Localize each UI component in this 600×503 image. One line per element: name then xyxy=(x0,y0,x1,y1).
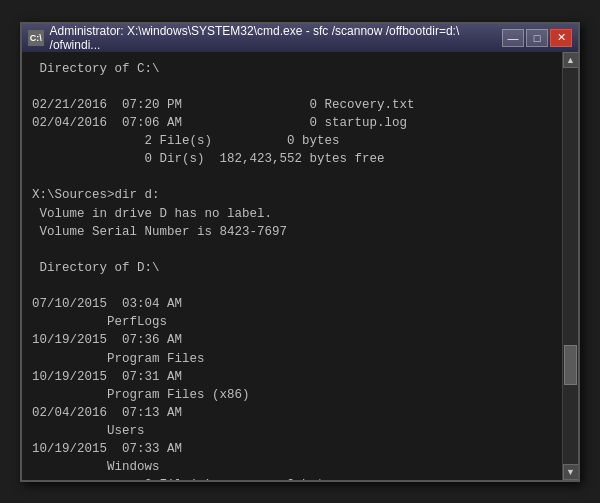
scroll-track[interactable] xyxy=(563,68,578,464)
cmd-window: C:\ Administrator: X:\windows\SYSTEM32\c… xyxy=(20,22,580,482)
titlebar-left: C:\ Administrator: X:\windows\SYSTEM32\c… xyxy=(28,24,502,52)
window-title: Administrator: X:\windows\SYSTEM32\cmd.e… xyxy=(50,24,502,52)
titlebar: C:\ Administrator: X:\windows\SYSTEM32\c… xyxy=(22,24,578,52)
content-area: Directory of C:\ 02/21/2016 07:20 PM 0 R… xyxy=(22,52,578,480)
terminal-output[interactable]: Directory of C:\ 02/21/2016 07:20 PM 0 R… xyxy=(22,52,562,480)
scrollbar[interactable]: ▲ ▼ xyxy=(562,52,578,480)
cmd-icon: C:\ xyxy=(28,30,44,46)
titlebar-buttons: — □ ✕ xyxy=(502,29,572,47)
scroll-thumb[interactable] xyxy=(564,345,577,385)
maximize-button[interactable]: □ xyxy=(526,29,548,47)
minimize-button[interactable]: — xyxy=(502,29,524,47)
scroll-up-button[interactable]: ▲ xyxy=(563,52,579,68)
close-button[interactable]: ✕ xyxy=(550,29,572,47)
scroll-down-button[interactable]: ▼ xyxy=(563,464,579,480)
